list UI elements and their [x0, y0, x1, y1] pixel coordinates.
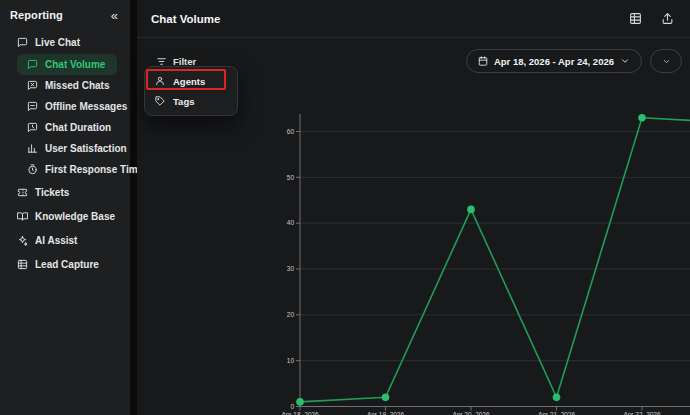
- date-controls: Apr 18, 2026 - Apr 24, 2026: [466, 49, 682, 73]
- share-icon: [661, 12, 674, 25]
- chat-duration-icon: [26, 122, 38, 134]
- sidebar-item-lead-capture[interactable]: Lead Capture: [0, 252, 130, 276]
- sidebar-item-knowledge-base[interactable]: Knowledge Base: [0, 204, 130, 228]
- sidebar-item-missed-chats[interactable]: Missed Chats: [17, 75, 117, 96]
- svg-text:Apr 22, 2026: Apr 22, 2026: [623, 411, 661, 415]
- sidebar-item-label: Offline Messages: [45, 101, 127, 112]
- calendar-icon: [478, 56, 488, 66]
- svg-text:30: 30: [287, 265, 295, 272]
- sidebar-item-user-satisfaction[interactable]: User Satisfaction: [17, 138, 117, 159]
- svg-text:Apr 21, 2026: Apr 21, 2026: [538, 411, 576, 415]
- filter-menu-item-label: Agents: [173, 76, 205, 87]
- sidebar-item-label: Knowledge Base: [35, 211, 115, 222]
- main-header: Chat Volume: [137, 0, 690, 38]
- svg-text:Apr 20, 2026: Apr 20, 2026: [452, 411, 490, 415]
- sidebar-item-label: Lead Capture: [35, 259, 99, 270]
- book-open-icon: [16, 210, 28, 222]
- sparkles-icon: [16, 234, 28, 246]
- table-view-button[interactable]: [626, 10, 644, 28]
- data-point[interactable]: [382, 394, 390, 402]
- chat-bubble-icon: [26, 59, 38, 71]
- svg-text:10: 10: [287, 357, 295, 364]
- table-grid-icon: [16, 258, 28, 270]
- svg-text:50: 50: [287, 174, 295, 181]
- sidebar-item-live-chat[interactable]: Live Chat: [0, 30, 130, 54]
- filter-button-label: Filter: [173, 56, 196, 67]
- svg-text:60: 60: [287, 128, 295, 135]
- ticket-icon: [16, 186, 28, 198]
- data-point[interactable]: [553, 394, 561, 402]
- data-point[interactable]: [296, 398, 304, 406]
- date-preset-dropdown-button[interactable]: [650, 49, 682, 73]
- collapse-sidebar-icon[interactable]: «: [107, 7, 122, 24]
- data-point[interactable]: [467, 206, 475, 214]
- sidebar-item-label: Live Chat: [35, 37, 80, 48]
- chat-bubble-icon: [16, 36, 28, 48]
- page-title: Chat Volume: [151, 13, 220, 25]
- filter-menu-item-agents[interactable]: Agents: [145, 71, 237, 91]
- filter-menu-item-tags[interactable]: Tags: [145, 91, 237, 111]
- person-icon: [155, 76, 166, 87]
- bar-chart-icon: [26, 143, 38, 155]
- sidebar-item-label: Tickets: [35, 187, 69, 198]
- filter-dropdown-menu: AgentsTags: [144, 66, 238, 116]
- export-button[interactable]: [658, 10, 676, 28]
- date-range-label: Apr 18, 2026 - Apr 24, 2026: [494, 56, 614, 67]
- chat-missed-icon: [26, 80, 38, 92]
- stopwatch-icon: [26, 164, 38, 176]
- sidebar-item-chat-duration[interactable]: Chat Duration: [17, 117, 117, 138]
- sidebar-item-first-response-time[interactable]: First Response Time: [17, 159, 117, 180]
- chat-volume-line-chart: 0102030405060Apr 18, 2026Apr 19, 2026Apr…: [274, 100, 690, 415]
- sidebar-item-tickets[interactable]: Tickets: [0, 180, 130, 204]
- svg-text:Apr 18, 2026: Apr 18, 2026: [281, 411, 319, 415]
- chevron-down-icon: [620, 56, 630, 66]
- sidebar-item-label: User Satisfaction: [45, 143, 127, 154]
- app-window: Reporting « Live ChatChat VolumeMissed C…: [0, 0, 690, 415]
- svg-text:20: 20: [287, 311, 295, 318]
- sidebar-nav: Live ChatChat VolumeMissed ChatsOffline …: [0, 30, 130, 276]
- svg-text:40: 40: [287, 219, 295, 226]
- sidebar-item-label: AI Assist: [35, 235, 77, 246]
- sidebar-item-offline-messages[interactable]: Offline Messages: [17, 96, 117, 117]
- date-range-picker[interactable]: Apr 18, 2026 - Apr 24, 2026: [466, 49, 642, 73]
- sidebar-item-label: Chat Volume: [45, 59, 105, 70]
- filter-menu-item-label: Tags: [173, 96, 194, 107]
- svg-text:0: 0: [290, 403, 294, 410]
- sidebar-title: Reporting: [10, 9, 63, 21]
- sidebar-item-label: Chat Duration: [45, 122, 111, 133]
- chevron-down-icon: [662, 57, 671, 66]
- sidebar-item-chat-volume[interactable]: Chat Volume: [17, 54, 117, 75]
- data-point[interactable]: [638, 114, 646, 122]
- filter-lines-icon: [156, 56, 167, 67]
- sidebar-item-label: Missed Chats: [45, 80, 109, 91]
- table-icon: [629, 12, 642, 25]
- header-actions: [626, 10, 676, 28]
- chat-offline-icon: [26, 101, 38, 113]
- main-panel: Chat Volume Filter Apr 18, 2026 - Apr 24…: [137, 0, 690, 415]
- tag-icon: [155, 96, 166, 107]
- reporting-sidebar: Reporting « Live ChatChat VolumeMissed C…: [0, 0, 130, 415]
- sidebar-header: Reporting «: [0, 0, 130, 30]
- sidebar-item-label: First Response Time: [45, 164, 143, 175]
- sidebar-item-ai-assist[interactable]: AI Assist: [0, 228, 130, 252]
- svg-text:Apr 19, 2026: Apr 19, 2026: [367, 411, 405, 415]
